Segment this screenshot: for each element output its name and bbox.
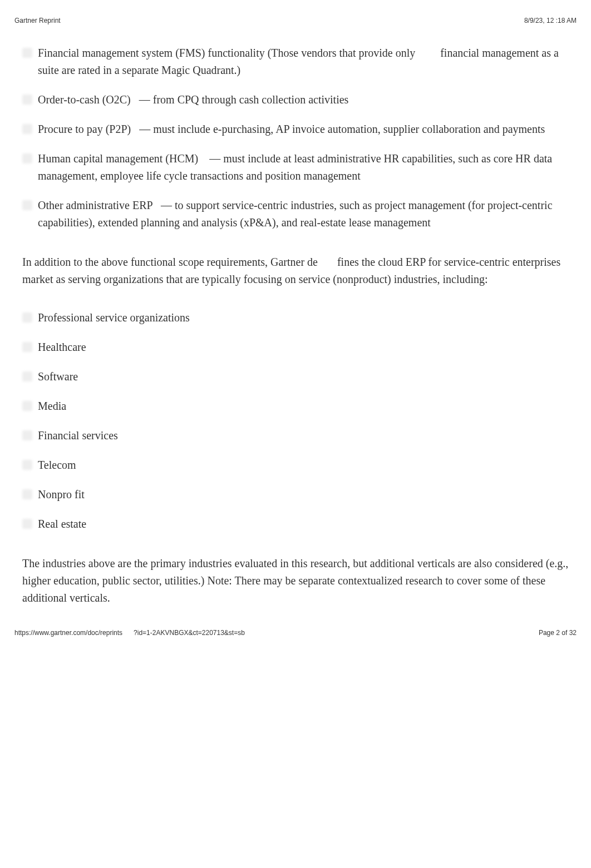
- list-item: Financial services: [22, 427, 569, 444]
- header-left: Gartner Reprint: [14, 17, 61, 24]
- bullet-icon: [22, 200, 32, 210]
- list-item-text: Other administrative ERP — to support se…: [38, 197, 569, 231]
- bullet-icon: [22, 519, 32, 529]
- paragraph-note: The industries above are the primary ind…: [22, 555, 569, 607]
- list-item: Other administrative ERP — to support se…: [22, 197, 569, 231]
- list-item-text: Healthcare: [38, 339, 569, 356]
- list-item: Human capital management (HCM) — must in…: [22, 150, 569, 185]
- document-page: Gartner Reprint 8/9/23, 12 :18 AM Financ…: [0, 0, 591, 653]
- list-item: Nonpro fit: [22, 486, 569, 503]
- list-item-text: Financial management system (FMS) functi…: [38, 44, 569, 79]
- industries-list: Professional service organizations Healt…: [22, 309, 569, 533]
- list-item: Procure to pay (P2P) — must include e-pu…: [22, 121, 569, 138]
- bullet-icon: [22, 371, 32, 381]
- list-item: Real estate: [22, 515, 569, 533]
- list-item: Media: [22, 398, 569, 415]
- functional-scope-list: Financial management system (FMS) functi…: [22, 44, 569, 231]
- list-item: Financial management system (FMS) functi…: [22, 44, 569, 79]
- bullet-icon: [22, 95, 32, 105]
- list-item-text: Media: [38, 398, 569, 415]
- list-item-text: Real estate: [38, 515, 569, 533]
- bullet-icon: [22, 401, 32, 411]
- footer-right: Page 2 of 32: [539, 629, 577, 637]
- list-item-text: Telecom: [38, 457, 569, 474]
- bullet-icon: [22, 489, 32, 499]
- bullet-icon: [22, 124, 32, 134]
- bullet-icon: [22, 430, 32, 440]
- list-item: Telecom: [22, 457, 569, 474]
- list-item-text: Nonpro fit: [38, 486, 569, 503]
- list-item: Software: [22, 368, 569, 385]
- page-content: Financial management system (FMS) functi…: [14, 44, 577, 607]
- list-item-text: Human capital management (HCM) — must in…: [38, 150, 569, 185]
- bullet-icon: [22, 48, 32, 58]
- bullet-icon: [22, 460, 32, 470]
- list-item-text: Software: [38, 368, 569, 385]
- bullet-icon: [22, 153, 32, 163]
- list-item-text: Financial services: [38, 427, 569, 444]
- page-footer: https://www.gartner.com/doc/reprints ?id…: [14, 629, 577, 637]
- paragraph-intro: In addition to the above functional scop…: [22, 254, 569, 288]
- bullet-icon: [22, 313, 32, 323]
- list-item: Professional service organizations: [22, 309, 569, 326]
- footer-left: https://www.gartner.com/doc/reprints ?id…: [14, 629, 245, 637]
- list-item-text: Professional service organizations: [38, 309, 569, 326]
- list-item-text: Order-to-cash (O2C) — from CPQ through c…: [38, 91, 569, 108]
- list-item-text: Procure to pay (P2P) — must include e-pu…: [38, 121, 569, 138]
- list-item: Healthcare: [22, 339, 569, 356]
- header-right: 8/9/23, 12 :18 AM: [524, 17, 577, 24]
- bullet-icon: [22, 342, 32, 352]
- page-header: Gartner Reprint 8/9/23, 12 :18 AM: [14, 17, 577, 24]
- list-item: Order-to-cash (O2C) — from CPQ through c…: [22, 91, 569, 108]
